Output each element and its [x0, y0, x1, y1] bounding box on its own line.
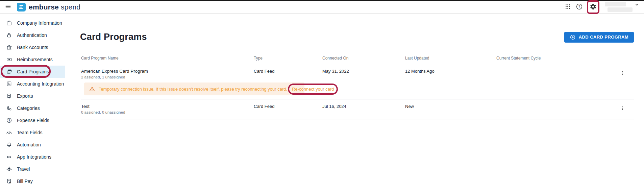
- card-program-last-updated: 12 Months Ago: [405, 69, 496, 79]
- reconnect-card-link[interactable]: Re-connect your card: [292, 87, 334, 92]
- bill-dollar-icon: $: [6, 178, 12, 184]
- column-header-current-statement-cycle: Current Statement Cycle: [496, 56, 574, 61]
- warning-triangle-icon: [89, 86, 95, 92]
- table-row: American Express Card Program 2 assigned…: [81, 64, 634, 99]
- connection-warning-banner: Temporary connection issue. If this issu…: [84, 83, 304, 95]
- main-content: Card Programs ADD CARD PROGRAM Card Prog…: [65, 14, 644, 188]
- svg-text:$: $: [10, 182, 11, 183]
- sidebar-item-label: Team Fields: [17, 130, 42, 135]
- apps-grid-icon: [565, 3, 571, 11]
- column-header-card-program-name: Card Program Name: [81, 56, 254, 61]
- add-card-program-label: ADD CARD PROGRAM: [579, 34, 628, 40]
- sidebar-item-label: Automation: [17, 142, 41, 147]
- emburse-logo-icon: [17, 3, 26, 11]
- chevron-down-icon: [635, 2, 639, 8]
- people-icon: [6, 130, 12, 136]
- briefcase-icon: [6, 20, 12, 26]
- sidebar-item-accounting-integration[interactable]: Accounting Integration: [0, 78, 65, 90]
- bell-icon: [6, 142, 12, 148]
- sidebar-item-label: Authentication: [17, 32, 47, 38]
- sidebar-item-label: Company Information: [17, 20, 62, 26]
- sidebar-item-label: Expense Fields: [17, 118, 49, 123]
- page-title: Card Programs: [80, 32, 147, 42]
- row-actions-kebab-button[interactable]: [618, 103, 626, 114]
- kebab-menu-icon: [620, 107, 625, 112]
- card-program-assignment-count: 2 assigned, 1 unassigned: [81, 75, 254, 79]
- sidebar-item-travel[interactable]: Travel: [0, 163, 65, 175]
- chain-link-icon: [6, 154, 12, 160]
- sidebar-item-label: App Integrations: [17, 154, 51, 160]
- sidebar-item-label: Bank Accounts: [17, 45, 48, 50]
- card-program-type: Card Feed: [254, 69, 322, 79]
- column-header-last-updated: Last Updated: [405, 56, 496, 61]
- sidebar-item-bank-accounts[interactable]: Bank Accounts: [0, 41, 65, 53]
- card-program-type: Card Feed: [254, 104, 322, 114]
- hamburger-menu-button[interactable]: [4, 2, 12, 11]
- document-download-icon: [6, 93, 12, 99]
- card-program-name: American Express Card Program: [81, 69, 254, 74]
- table-header-row: Card Program Name Type Connected On Last…: [81, 53, 634, 64]
- user-role-redacted: [608, 7, 633, 12]
- sidebar-item-label: Categories: [17, 105, 40, 111]
- sidebar-item-label: Travel: [17, 166, 30, 172]
- card-program-connected-on: May 31, 2022: [322, 69, 405, 79]
- help-button[interactable]: ?: [575, 2, 584, 12]
- bank-icon: [6, 44, 12, 50]
- sidebar-item-label: Bill Pay: [17, 179, 33, 184]
- page: emburse spend ?: [0, 0, 644, 188]
- apps-grid-button[interactable]: [564, 3, 572, 11]
- sidebar-item-label: Exports: [17, 93, 33, 99]
- card-program-assignment-count: 0 assigned, 0 unassigned: [81, 110, 254, 114]
- sidebar-item-team-fields[interactable]: Team Fields: [0, 126, 65, 139]
- sidebar-item-bill-pay[interactable]: $ Bill Pay: [0, 175, 65, 187]
- card-program-name: Test: [81, 104, 254, 109]
- brand-name: emburse spend: [29, 3, 80, 11]
- user-name-redacted: [605, 2, 626, 6]
- card-program-connected-on: Jul 16, 2024: [322, 104, 405, 114]
- sidebar-item-authentication[interactable]: Authentication: [0, 29, 65, 41]
- brand-logo[interactable]: emburse spend: [17, 3, 80, 11]
- card-program-statement-cycle: [496, 69, 574, 79]
- dollar-circle-icon: $: [6, 117, 12, 123]
- svg-text:?: ?: [578, 5, 580, 8]
- settings-button[interactable]: [589, 2, 597, 12]
- hamburger-icon: [5, 3, 11, 11]
- warning-message: Temporary connection issue. If this issu…: [99, 87, 287, 92]
- shapes-icon: [6, 105, 12, 111]
- sidebar-item-categories[interactable]: Categories: [0, 102, 65, 114]
- brand-bold: emburse: [29, 3, 59, 11]
- sidebar-item-automation[interactable]: Automation: [0, 139, 65, 151]
- table-row: Test 0 assigned, 0 unassigned Card Feed …: [81, 99, 634, 119]
- airplane-icon: [6, 166, 12, 172]
- banknote-icon: [6, 56, 12, 63]
- svg-text:$: $: [8, 119, 10, 122]
- sidebar-item-app-integrations[interactable]: App Integrations: [0, 151, 65, 163]
- sidebar-item-label: Card Programs: [17, 69, 49, 74]
- cards-icon: [6, 69, 12, 75]
- sidebar-item-reimbursements[interactable]: Reimbursements: [0, 53, 65, 66]
- top-header: emburse spend ?: [0, 0, 644, 14]
- sidebar-item-company-information[interactable]: Company Information: [0, 17, 65, 29]
- user-menu[interactable]: [605, 2, 639, 12]
- card-program-last-updated: New: [405, 104, 496, 114]
- lock-icon: [6, 32, 12, 38]
- sidebar-item-exports[interactable]: Exports: [0, 90, 65, 102]
- plus-circle-icon: [570, 34, 576, 40]
- gear-icon: [590, 3, 597, 11]
- row-actions-kebab-button[interactable]: [618, 68, 626, 79]
- sidebar-item-label: Accounting Integration: [17, 81, 64, 87]
- sidebar-item-card-programs[interactable]: Card Programs: [0, 66, 65, 78]
- settings-sidebar: Company Information Authentication Bank …: [0, 14, 65, 188]
- sidebar-item-expense-fields[interactable]: $ Expense Fields: [0, 114, 65, 126]
- calculator-icon: [6, 81, 12, 87]
- column-header-type: Type: [254, 56, 322, 61]
- column-header-connected-on: Connected On: [322, 56, 405, 61]
- add-card-program-button[interactable]: ADD CARD PROGRAM: [564, 32, 634, 43]
- card-program-statement-cycle: [496, 104, 574, 114]
- reconnect-card-link-label: Re-connect your card: [292, 87, 334, 92]
- kebab-menu-icon: [620, 72, 625, 77]
- sidebar-item-label: Reimbursements: [17, 57, 53, 62]
- help-icon: ?: [576, 3, 583, 11]
- brand-light: spend: [61, 3, 80, 11]
- card-programs-table: Card Program Name Type Connected On Last…: [81, 53, 634, 119]
